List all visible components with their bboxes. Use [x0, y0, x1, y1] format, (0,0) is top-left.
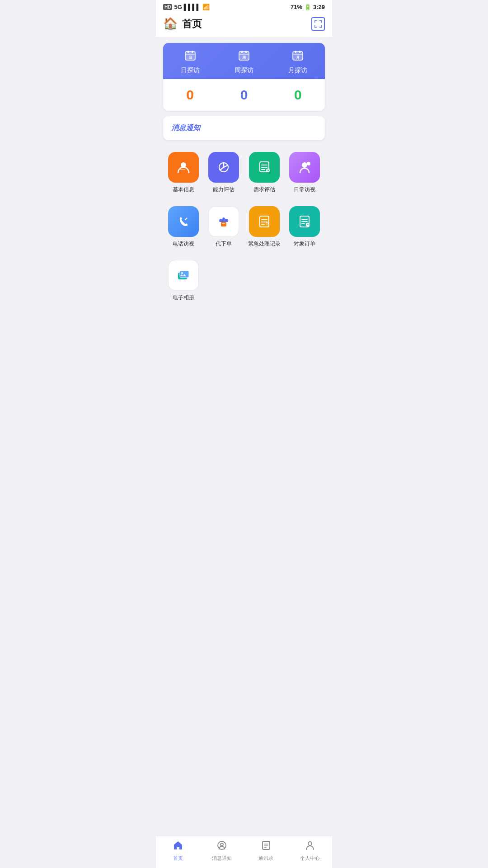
- weekly-calendar-icon: 周: [238, 49, 250, 65]
- svg-text:周: 周: [242, 56, 246, 60]
- svg-rect-5: [314, 25, 315, 28]
- svg-rect-10: [192, 51, 193, 53]
- app-needs-eval[interactable]: 需求评估: [244, 146, 285, 200]
- daily-visit-icon: [289, 152, 320, 183]
- phone-visit-label: 电话访视: [173, 241, 194, 248]
- app-phone-visit[interactable]: 电话访视: [163, 200, 204, 254]
- tab-daily-visit[interactable]: 日 日探访: [163, 43, 217, 79]
- svg-rect-24: [180, 167, 187, 168]
- svg-point-56: [221, 843, 223, 846]
- svg-rect-36: [221, 222, 226, 226]
- battery-icon: 🔋: [304, 4, 311, 10]
- battery-percent: 71%: [291, 4, 302, 10]
- svg-rect-7: [321, 25, 322, 28]
- bottom-nav: 首页 消息通知 通讯录 个人中心: [156, 836, 332, 868]
- nav-notification[interactable]: 消息通知: [200, 840, 244, 862]
- svg-point-35: [307, 162, 310, 165]
- notification-nav-icon: [216, 840, 227, 854]
- emergency-label: 紧急处理记录: [248, 241, 281, 248]
- photo-album-icon: [168, 260, 199, 291]
- daily-count: 0: [163, 87, 217, 103]
- home-icon: 🏠: [163, 17, 178, 31]
- contacts-nav-icon: [261, 840, 272, 854]
- header: 🏠 首页: [156, 12, 332, 38]
- ability-eval-icon: [208, 152, 239, 183]
- target-order-icon: [289, 206, 320, 237]
- svg-text:月: 月: [296, 56, 300, 60]
- tab-weekly-visit[interactable]: 周 周探访: [217, 43, 271, 79]
- svg-rect-19: [295, 51, 296, 53]
- app-photo-album[interactable]: 电子相册: [163, 254, 204, 308]
- visit-tabs: 日 日探访 周 周探访: [163, 43, 325, 79]
- notification-card[interactable]: 消息通知: [163, 116, 325, 140]
- scan-button[interactable]: [311, 17, 325, 31]
- svg-rect-1: [314, 20, 315, 23]
- emergency-icon: [249, 206, 280, 237]
- profile-nav-icon: [305, 840, 315, 854]
- svg-rect-16: [239, 54, 249, 55]
- header-left: 🏠 首页: [163, 17, 202, 31]
- nav-home[interactable]: 首页: [156, 840, 200, 862]
- svg-rect-9: [188, 51, 189, 53]
- nav-contacts[interactable]: 通讯录: [244, 840, 288, 862]
- svg-rect-14: [241, 51, 243, 53]
- visit-counts: 0 0 0: [163, 79, 325, 111]
- svg-rect-21: [293, 54, 303, 55]
- svg-rect-15: [245, 51, 247, 53]
- signal-bars-icon: ▌▌▌▌: [184, 4, 201, 10]
- svg-point-43: [267, 224, 267, 225]
- ability-eval-label: 能力评估: [213, 186, 235, 193]
- weekly-count: 0: [217, 87, 271, 103]
- photo-album-label: 电子相册: [173, 294, 194, 302]
- monthly-visit-label: 月探访: [288, 66, 307, 75]
- svg-point-61: [308, 842, 312, 845]
- app-emergency[interactable]: 紧急处理记录: [244, 200, 285, 254]
- basic-info-icon: [168, 152, 199, 183]
- app-daily-visit[interactable]: 日常访视: [285, 146, 325, 200]
- order-proxy-label: 代下单: [216, 241, 232, 248]
- visit-card: 日 日探访 周 周探访: [163, 43, 325, 111]
- nav-notification-label: 消息通知: [212, 855, 232, 862]
- nav-profile-label: 个人中心: [300, 855, 320, 862]
- svg-point-54: [181, 272, 183, 274]
- page-title: 首页: [182, 17, 202, 31]
- svg-rect-11: [185, 54, 195, 55]
- app-ability-eval[interactable]: 能力评估: [204, 146, 244, 200]
- status-bar: HD 5G ▌▌▌▌ 📶 71% 🔋 3:29: [156, 0, 332, 12]
- svg-rect-25: [180, 169, 185, 170]
- svg-rect-3: [321, 20, 322, 23]
- hd-badge: HD: [163, 4, 172, 10]
- basic-info-label: 基本信息: [173, 186, 194, 193]
- wifi-icon: 📶: [202, 4, 210, 10]
- clock: 3:29: [313, 4, 325, 10]
- notification-title: 消息通知: [171, 124, 200, 132]
- nav-contacts-label: 通讯录: [258, 855, 273, 862]
- app-order-proxy[interactable]: 代下单: [204, 200, 244, 254]
- network-signal: 5G: [174, 4, 182, 10]
- weekly-visit-label: 周探访: [235, 66, 253, 75]
- status-right: 71% 🔋 3:29: [291, 4, 325, 10]
- home-nav-icon: [173, 840, 183, 854]
- needs-eval-icon: [249, 152, 280, 183]
- monthly-count: 0: [271, 87, 325, 103]
- svg-rect-57: [263, 841, 270, 849]
- svg-text:日: 日: [188, 56, 192, 60]
- app-grid: 基本信息 能力评估 需求评估: [163, 146, 325, 308]
- status-left: HD 5G ▌▌▌▌ 📶: [163, 4, 210, 10]
- app-basic-info[interactable]: 基本信息: [163, 146, 204, 200]
- nav-home-label: 首页: [173, 855, 183, 862]
- daily-visit-label: 日常访视: [294, 186, 315, 193]
- needs-eval-label: 需求评估: [253, 186, 275, 193]
- phone-visit-icon: [168, 206, 199, 237]
- target-order-label: 对象订单: [294, 241, 315, 248]
- daily-calendar-icon: 日: [184, 49, 197, 65]
- daily-visit-label: 日探访: [181, 66, 200, 75]
- app-target-order[interactable]: 对象订单: [285, 200, 325, 254]
- tab-monthly-visit[interactable]: 月 月探访: [271, 43, 325, 79]
- svg-point-34: [302, 162, 307, 168]
- order-proxy-icon: [208, 206, 239, 237]
- monthly-calendar-icon: 月: [291, 49, 304, 65]
- nav-profile[interactable]: 个人中心: [288, 840, 333, 862]
- svg-point-37: [222, 217, 225, 220]
- svg-rect-20: [299, 51, 300, 53]
